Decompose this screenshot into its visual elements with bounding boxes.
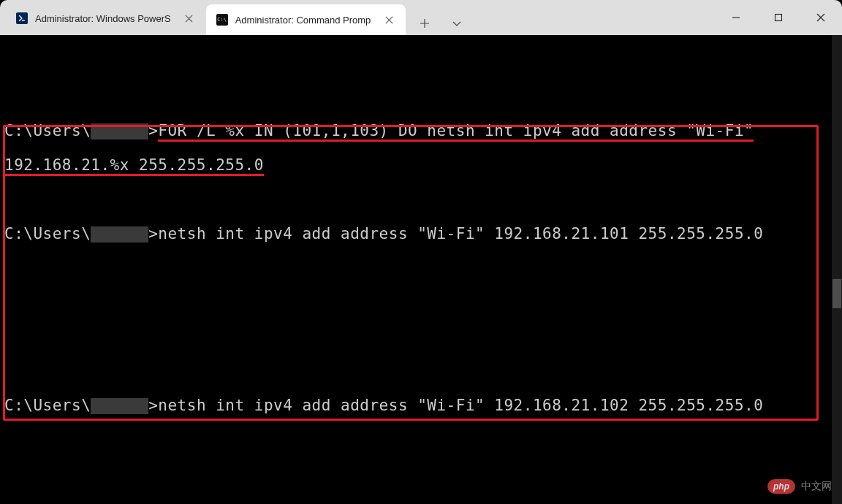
tab-strip: Administrator: Windows PowerS Administra… xyxy=(0,0,715,35)
tab-command-prompt[interactable]: Administrator: Command Promp xyxy=(206,4,406,35)
terminal-output[interactable]: C:\Users\ >FOR /L %x IN (101,1,103) DO n… xyxy=(0,35,842,504)
tab-label: Administrator: Command Promp xyxy=(235,15,371,26)
echoed-command: C:\Users\ >netsh int ipv4 add address "W… xyxy=(4,397,839,415)
command-line-cont: 192.168.21.%x 255.255.255.0 xyxy=(4,157,839,175)
window-titlebar: Administrator: Windows PowerS Administra… xyxy=(0,0,842,35)
typed-command: FOR /L %x IN (101,1,103) DO netsh int ip… xyxy=(158,122,754,142)
watermark: php 中文网 xyxy=(767,479,832,494)
tab-powershell[interactable]: Administrator: Windows PowerS xyxy=(6,4,206,32)
minimize-button[interactable] xyxy=(715,0,757,35)
maximize-button[interactable] xyxy=(757,0,800,35)
tab-label: Administrator: Windows PowerS xyxy=(35,13,171,24)
powershell-icon xyxy=(16,12,28,24)
watermark-badge: php xyxy=(767,479,795,494)
watermark-text: 中文网 xyxy=(801,480,832,493)
close-icon[interactable] xyxy=(183,12,196,25)
scrollbar-thumb[interactable] xyxy=(832,279,841,308)
close-window-button[interactable] xyxy=(800,0,842,35)
prompt: C:\Users\ > xyxy=(4,122,158,140)
window-controls xyxy=(715,0,842,35)
tab-dropdown-button[interactable] xyxy=(442,12,471,35)
close-icon[interactable] xyxy=(382,13,395,26)
new-tab-button[interactable] xyxy=(410,12,439,35)
redacted-username xyxy=(91,123,148,140)
scrollbar-track[interactable] xyxy=(832,35,842,504)
svg-rect-2 xyxy=(775,15,782,21)
command-prompt-icon xyxy=(216,14,228,26)
tab-actions xyxy=(406,12,476,35)
echoed-command: C:\Users\ >netsh int ipv4 add address "W… xyxy=(4,226,839,243)
command-line: C:\Users\ >FOR /L %x IN (101,1,103) DO n… xyxy=(4,123,839,140)
